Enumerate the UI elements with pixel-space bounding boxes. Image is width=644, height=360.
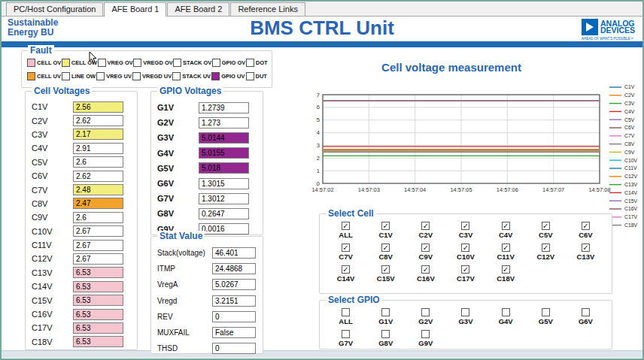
select-cell-checkbox-c7v[interactable]: ✓ — [342, 244, 350, 252]
legend-label-c6v: C6V — [624, 125, 635, 130]
select-cell-checkbox-c6v[interactable]: ✓ — [582, 222, 590, 230]
select-cell-item-c6v[interactable]: ✓C6V — [566, 222, 606, 239]
select-cell-item-c16v[interactable]: ✓C16V — [406, 265, 445, 283]
select-cell-checkbox-c2v[interactable]: ✓ — [421, 222, 430, 230]
select-cell-checkbox-c15v[interactable]: ✓ — [381, 265, 390, 274]
select-cell-item-c18v[interactable]: ✓C18V — [486, 265, 526, 283]
select-cell-item-c14v[interactable]: ✓C14V — [326, 265, 366, 283]
fault-item-vregd-ov: VREGD OV — [133, 59, 173, 67]
fault-item-gpio-ov: GPIO OV — [212, 59, 246, 67]
legend-entry-c14v: C14V — [609, 190, 637, 195]
select-cell-item-c4v[interactable]: ✓C4V — [486, 222, 526, 239]
fault-label: GPIO UV — [221, 73, 245, 80]
stat-value-thsd: 0 — [212, 343, 256, 354]
stat-row: ITMP24.4868 — [151, 261, 263, 277]
select-cell-checkbox-c8v[interactable]: ✓ — [381, 244, 390, 252]
select-cell-checkbox-c16v[interactable]: ✓ — [421, 265, 430, 274]
select-gpio-item-g1v[interactable]: G1V — [366, 308, 406, 325]
cell-voltage-value-c10v: 2.67 — [73, 225, 123, 237]
x-tick-label: 14:57:04 — [404, 186, 426, 193]
select-gpio-checkbox-g3v[interactable] — [461, 308, 469, 316]
select-gpio-checkbox-all[interactable] — [342, 308, 350, 316]
cell-voltage-label-c13v: C13V — [32, 268, 73, 277]
select-gpio-checkbox-g1v[interactable] — [381, 308, 390, 316]
tab-pc-host-configuration[interactable]: PC/Host Configuration — [6, 2, 103, 16]
select-cell-checkbox-c11v[interactable]: ✓ — [502, 244, 510, 252]
cell-voltage-label-c14v: C14V — [32, 282, 73, 291]
select-cell-checkbox-c10v[interactable]: ✓ — [461, 244, 469, 252]
select-cell-item-c9v[interactable]: ✓C9V — [406, 244, 445, 261]
fault-label: STACK OV — [183, 59, 211, 66]
select-gpio-item-g3v[interactable]: G3V — [445, 308, 485, 325]
select-gpio-item-g8v[interactable]: G8V — [366, 330, 406, 347]
gpio-voltage-row: G8V0.2647 — [151, 206, 263, 221]
select-gpio-item-g7v[interactable]: G7V — [326, 330, 366, 347]
select-cell-item-c15v[interactable]: ✓C15V — [366, 265, 406, 283]
select-gpio-checkbox-g9v[interactable] — [421, 330, 430, 338]
select-cell-item-c2v[interactable]: ✓C2V — [406, 222, 445, 239]
tab-afe-board-1[interactable]: AFE Board 1 — [104, 2, 166, 17]
fault-label: GPIO OV — [222, 59, 246, 66]
select-cell-item-c3v[interactable]: ✓C3V — [445, 222, 485, 239]
cell-voltage-row: C6V2.62 — [26, 169, 137, 183]
select-cell-item-c17v[interactable]: ✓C17V — [445, 265, 485, 283]
tab-afe-board-2[interactable]: AFE Board 2 — [167, 2, 229, 16]
select-gpio-item-g6v[interactable]: G6V — [566, 308, 606, 325]
legend-entry-c15v: C15V — [609, 198, 637, 204]
stat-label-stack-voltage: Stack(voltage) — [157, 249, 212, 257]
select-gpio-item-g4v[interactable]: G4V — [486, 308, 526, 325]
legend-label-c5v: C5V — [624, 117, 635, 123]
fault-indicator-stack-uv — [172, 72, 181, 80]
select-cell-item-c10v[interactable]: ✓C10V — [445, 244, 485, 261]
select-cell-checkbox-c13v[interactable]: ✓ — [582, 244, 590, 252]
select-cell-checkbox-c4v[interactable]: ✓ — [502, 222, 510, 230]
cell-voltage-row: C8V2.47 — [26, 197, 137, 210]
x-tick-label: 14:57:08 — [588, 186, 610, 193]
select-gpio-checkbox-g2v[interactable] — [421, 308, 430, 316]
select-gpio-checkbox-g6v[interactable] — [582, 308, 590, 316]
select-gpio-checkbox-g8v[interactable] — [381, 330, 390, 338]
select-gpio-item-g9v[interactable]: G9V — [406, 330, 445, 347]
select-cell-checkbox-c5v[interactable]: ✓ — [542, 222, 550, 230]
select-cell-item-c5v[interactable]: ✓C5V — [526, 222, 566, 239]
select-cell-item-c13v[interactable]: ✓C13V — [566, 244, 606, 261]
select-cell-checkbox-label: C10V — [457, 253, 475, 261]
select-gpio-item-g2v[interactable]: G2V — [406, 308, 445, 325]
fault-label: VREG UV — [106, 73, 132, 80]
stat-value-vrega: 5.0267 — [212, 279, 256, 290]
cell-voltage-value-c17v: 6.53 — [73, 322, 123, 334]
select-cell-item-c12v[interactable]: ✓C12V — [526, 244, 566, 261]
tab-reference-links[interactable]: Reference Links — [230, 2, 305, 16]
cell-voltage-value-c2v: 2.62 — [73, 115, 123, 126]
select-cell-item-c7v[interactable]: ✓C7V — [326, 244, 366, 261]
cell-voltage-label-c2v: C2V — [32, 116, 73, 126]
legend-label-c14v: C14V — [624, 190, 637, 195]
select-cell-checkbox-c14v[interactable]: ✓ — [342, 265, 350, 274]
select-gpio-checkbox-g5v[interactable] — [542, 308, 550, 316]
legend-entry-c2v: C2V — [609, 92, 635, 98]
select-cell-checkbox-c18v[interactable]: ✓ — [502, 265, 510, 274]
select-gpio-item-all[interactable]: ALL — [326, 308, 366, 325]
select-cell-item-all[interactable]: ✓ALL — [326, 222, 366, 239]
stat-label-vrega: VregA — [157, 280, 212, 289]
select-cell-item-c8v[interactable]: ✓C8V — [366, 244, 406, 261]
legend-label-c4v: C4V — [624, 109, 635, 114]
select-cell-checkbox-c17v[interactable]: ✓ — [461, 265, 469, 274]
select-cell-checkbox-c12v[interactable]: ✓ — [542, 244, 550, 252]
select-gpio-checkbox-g7v[interactable] — [342, 330, 350, 338]
select-cell-checkbox-all[interactable]: ✓ — [342, 222, 350, 230]
select-cell-checkbox-label: C8V — [378, 253, 392, 261]
legend-label-c11v: C11V — [624, 165, 637, 171]
cell-voltage-value-c3v: 2.17 — [73, 129, 123, 140]
select-cell-checkbox-c1v[interactable]: ✓ — [381, 222, 390, 230]
select-gpio-item-g5v[interactable]: G5V — [526, 308, 566, 325]
y-tick-label: 2 — [317, 155, 320, 162]
stat-value-stack-voltage: 46.401 — [212, 247, 256, 259]
select-cell-checkbox-c9v[interactable]: ✓ — [421, 244, 430, 252]
select-cell-item-c11v[interactable]: ✓C11V — [486, 244, 526, 261]
select-gpio-checkbox-g4v[interactable] — [502, 308, 510, 316]
gpio-voltage-row: G1V1.2739 — [151, 100, 263, 115]
fault-item-dot: DOT — [246, 59, 268, 67]
select-cell-item-c1v[interactable]: ✓C1V — [366, 222, 406, 239]
select-cell-checkbox-c3v[interactable]: ✓ — [461, 222, 469, 230]
